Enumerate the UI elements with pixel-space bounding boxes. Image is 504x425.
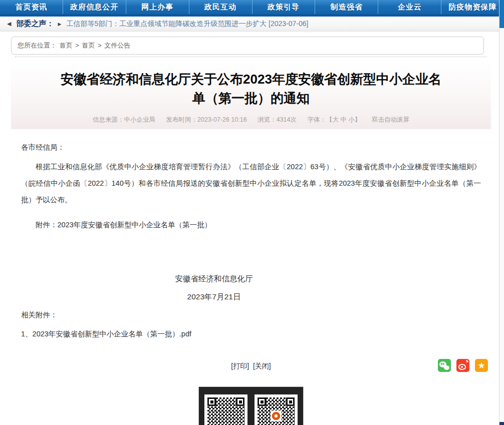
- breadcrumb-prefix: 您所在位置：: [18, 42, 57, 49]
- nav-item-epidemic-supplies[interactable]: 防疫物资保障: [441, 0, 504, 14]
- breadcrumb: 您所在位置： 首页 > 首页 > 文件公告: [11, 37, 484, 55]
- breadcrumb-file-notice[interactable]: 文件公告: [104, 42, 130, 49]
- share-icons: ★: [438, 359, 488, 372]
- salutation: 各市经信局：: [21, 142, 481, 152]
- actions-row: [打印] [关闭] ★: [21, 359, 481, 373]
- qr-section: 微博扫描 微信平台: [21, 386, 481, 425]
- scrollbar-bottom-cap: [499, 422, 504, 425]
- signature-block: 安徽省经济和信息化厅 2023年7月21日: [156, 274, 272, 302]
- signer-name: 安徽省经济和信息化厅: [156, 274, 272, 284]
- article-header: 安徽省经济和信息化厅关于公布2023年度安徽省创新型中小企业名单（第一批）的通知…: [11, 61, 491, 129]
- breadcrumb-home-2[interactable]: 首页: [82, 42, 95, 49]
- star-icon: ★: [475, 359, 488, 372]
- wechat-qr-column: 微信平台: [254, 394, 298, 425]
- ticker-news-link[interactable]: 工信部等5部门：工业重点领域节能降碳改造升级范围进一步扩大 [2023-07-0…: [66, 20, 308, 29]
- nav-item-gov-info[interactable]: 政府信息公开: [63, 0, 126, 14]
- article-body: 各市经信局： 根据工业和信息化部《优质中小企业梯度培育管理暂行办法》（工信部企业…: [11, 142, 491, 425]
- nav-item-home[interactable]: 首页资讯: [0, 0, 63, 14]
- weibo-share-icon[interactable]: [456, 359, 469, 372]
- qr-pattern: [207, 397, 244, 425]
- attachment-pdf-link[interactable]: 1、2023年安徽省创新型中小企业名单（第一批）.pdf: [21, 329, 481, 339]
- qr-box: 微博扫描 微信平台: [198, 386, 304, 425]
- breadcrumb-separator: >: [98, 42, 102, 49]
- attachment-line: 附件：2023年度安徽省创新型中小企业名单（第一批）: [21, 220, 481, 230]
- qr-pattern: [258, 397, 295, 425]
- nav-item-online-service[interactable]: 网上办事: [126, 0, 189, 14]
- ticker-prev-icon[interactable]: ◀: [7, 21, 11, 27]
- meta-view-count: 浏览：4314次: [258, 116, 297, 123]
- qr-finder-icon: [207, 397, 216, 406]
- related-attachments-label: 相关附件：: [21, 310, 481, 320]
- breadcrumb-home[interactable]: 首页: [60, 42, 73, 49]
- favorite-star-share-icon[interactable]: ★: [475, 359, 488, 372]
- dotted-divider: [15, 57, 487, 57]
- print-close-actions: [打印] [关闭]: [21, 362, 481, 371]
- news-ticker: ◀ 部委之声： ▶ 工信部等5部门：工业重点领域节能降碳改造升级范围进一步扩大 …: [0, 17, 504, 32]
- article-meta: 信息来源：中小企业局 发布时间：2023-07-26 10:16 浏览：4314…: [56, 108, 446, 129]
- weibo-eye-icon: [458, 364, 466, 370]
- qr-finder-icon: [286, 397, 295, 406]
- signature-date: 2023年7月21日: [156, 292, 272, 302]
- top-navigation: 首页资讯 政府信息公开 网上办事 政民互动 政策引导 制造强省 企业云 防疫物资…: [0, 0, 504, 14]
- nav-item-policy[interactable]: 政策引导: [253, 0, 316, 14]
- meta-publish-time: 发布时间：2023-07-26 10:16: [166, 116, 247, 123]
- ticker-next-icon[interactable]: ▶: [58, 22, 61, 27]
- qr-finder-icon: [258, 397, 266, 406]
- meta-font-size-controls[interactable]: 字体：【大 中 小】: [308, 116, 361, 123]
- vertical-scrollbar[interactable]: [499, 0, 504, 425]
- breadcrumb-separator: >: [75, 42, 79, 49]
- wechat-small-bubble-icon: [444, 365, 449, 370]
- ticker-title: 部委之声：: [16, 19, 54, 29]
- scrollbar-thumb[interactable]: [499, 0, 504, 28]
- qr-finder-icon: [236, 397, 244, 406]
- body-paragraph: 根据工业和信息化部《优质中小企业梯度培育管理暂行办法》（工信部企业〔2022〕6…: [21, 159, 481, 208]
- qr-center-logo-icon: [271, 410, 282, 421]
- main-content: 您所在位置： 首页 > 首页 > 文件公告 安徽省经济和信息化厅关于公布2023…: [11, 37, 491, 425]
- meta-source: 信息来源：中小企业局: [93, 116, 155, 123]
- meta-autoscroll-hint: 双击自动滚屏: [372, 116, 409, 123]
- weibo-qr-column: 微博扫描: [204, 394, 248, 425]
- page-title: 安徽省经济和信息化厅关于公布2023年度安徽省创新型中小企业名单（第一批）的通知: [56, 70, 446, 108]
- nav-item-enterprise-cloud[interactable]: 企业云: [378, 0, 441, 14]
- wechat-share-icon[interactable]: [438, 359, 451, 372]
- print-button[interactable]: [打印]: [231, 362, 249, 370]
- wechat-qr-code: [255, 394, 298, 425]
- nav-item-manufacturing[interactable]: 制造强省: [315, 0, 378, 14]
- nav-item-interaction[interactable]: 政民互动: [189, 0, 253, 14]
- close-button[interactable]: [关闭]: [253, 362, 271, 370]
- weibo-qr-code: [204, 394, 247, 425]
